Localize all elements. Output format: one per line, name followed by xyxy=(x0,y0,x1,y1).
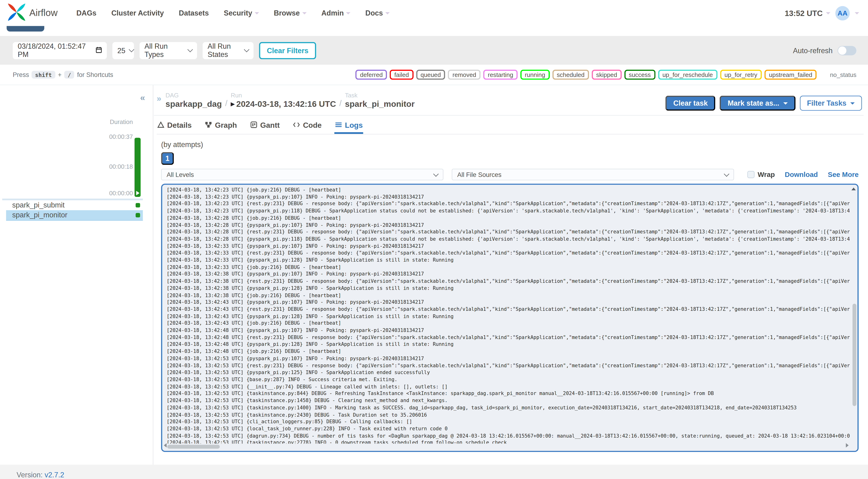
log-line: [2024-03-18, 13:42:53 UTC] {pyspark_pi.p… xyxy=(167,355,850,362)
state-badge-removed[interactable]: removed xyxy=(448,70,480,79)
airflow-logo[interactable]: Airflow xyxy=(7,3,58,24)
chevron-down-icon xyxy=(826,12,830,14)
nav-item-admin[interactable]: Admin xyxy=(321,9,350,17)
log-line: [2024-03-18, 13:42:53 UTC] {taskinstance… xyxy=(167,390,850,397)
state-badge-queued[interactable]: queued xyxy=(416,70,445,79)
clear-filters-button[interactable]: Clear Filters xyxy=(259,42,316,59)
calendar-icon xyxy=(96,46,102,54)
attempt-1-button[interactable]: 1 xyxy=(161,152,174,165)
clear-task-button[interactable]: Clear task xyxy=(665,96,715,110)
expand-panel-icon[interactable]: » xyxy=(157,93,161,103)
log-line: [2024-03-18, 13:42:38 UTC] {job.py:216} … xyxy=(167,292,850,299)
log-line: [2024-03-18, 13:42:43 UTC] {pyspark_pi.p… xyxy=(167,313,850,320)
base-date-input[interactable]: 03/18/2024, 01:52:47 PM xyxy=(13,42,107,59)
task-status-square-success[interactable] xyxy=(135,203,140,207)
log-line: [2024-03-18, 13:42:23 UTC] {pyspark_pi.p… xyxy=(167,207,850,215)
log-levels-value: All Levels xyxy=(167,171,194,178)
chevron-down-icon xyxy=(385,12,390,14)
task-row-spark-pi-submit[interactable]: spark_pi_submit xyxy=(6,200,143,211)
breadcrumb-run[interactable]: Run ▶ 2024-03-18, 13:42:16 UTC xyxy=(231,92,336,108)
page-size-select[interactable]: 25 xyxy=(112,42,134,59)
tab-code[interactable]: Code xyxy=(292,118,322,134)
state-legend: deferredfailedqueuedremovedrestartingrun… xyxy=(356,70,817,79)
state-badge-running[interactable]: running xyxy=(520,70,550,79)
tab-graph[interactable]: Graph xyxy=(204,118,238,134)
state-badge-failed[interactable]: failed xyxy=(390,70,413,79)
run-types-select[interactable]: All Run Types xyxy=(140,42,197,59)
breadcrumb-task[interactable]: Task spark_pi_monitor xyxy=(345,92,414,108)
state-badge-skipped[interactable]: skipped xyxy=(592,70,621,79)
chevron-down-icon xyxy=(302,12,307,14)
nav-item-browse[interactable]: Browse xyxy=(274,9,307,17)
wrap-toggle[interactable]: Wrap xyxy=(747,170,775,178)
grid-separator xyxy=(2,198,143,200)
log-levels-select[interactable]: All Levels xyxy=(161,169,443,180)
nav-item-label: Cluster Activity xyxy=(111,9,164,17)
nav-item-cluster-activity[interactable]: Cluster Activity xyxy=(111,9,164,17)
chevron-down-icon xyxy=(724,171,729,177)
log-controls-row: All Levels All File Sources Wrap Downloa… xyxy=(161,169,859,180)
mark-state-as-button[interactable]: Mark state as... xyxy=(720,96,795,110)
horizontal-scrollbar-thumb[interactable] xyxy=(167,445,220,449)
state-badge-up_for_reschedule[interactable]: up_for_reschedule xyxy=(658,70,717,79)
scrollbar-left-icon[interactable] xyxy=(164,443,167,447)
log-line: [2024-03-18, 13:42:48 UTC] {pyspark_pi.p… xyxy=(167,341,850,348)
filter-tasks-button[interactable]: Filter Tasks xyxy=(800,96,862,110)
task-status-square-success[interactable] xyxy=(135,213,140,217)
wrap-checkbox[interactable] xyxy=(747,171,754,178)
scrolled-pill-fragment xyxy=(7,26,44,32)
chevron-down-icon xyxy=(783,102,788,104)
see-more-link[interactable]: See More xyxy=(828,170,859,178)
chevron-down-icon xyxy=(244,47,249,52)
slash-key: / xyxy=(64,71,74,78)
shortcuts-plus: + xyxy=(58,71,62,78)
nav-item-datasets[interactable]: Datasets xyxy=(179,9,209,17)
nav-item-dags[interactable]: DAGs xyxy=(76,9,96,17)
logs-icon xyxy=(335,121,342,130)
task-name: spark_pi_submit xyxy=(12,201,65,209)
nav-item-docs[interactable]: Docs xyxy=(365,9,390,17)
breadcrumb-dag[interactable]: DAG sparkapp_dag xyxy=(165,92,222,108)
duration-tick: 00:00:00 xyxy=(109,190,133,196)
nav-item-label: DAGs xyxy=(76,9,96,17)
collapse-grid-icon[interactable]: « xyxy=(140,93,145,103)
airflow-pinwheel-icon xyxy=(7,3,26,24)
state-badge-upstream_failed[interactable]: upstream_failed xyxy=(765,70,817,79)
details-icon xyxy=(157,121,164,130)
state-badge-success[interactable]: success xyxy=(624,70,655,79)
tab-logs[interactable]: Logs xyxy=(334,118,363,134)
download-link[interactable]: Download xyxy=(785,170,818,178)
run-types-value: All Run Types xyxy=(145,42,184,59)
auto-refresh-label: Auto-refresh xyxy=(793,46,833,54)
log-line: [2024-03-18, 13:42:53 UTC] {taskinstance… xyxy=(167,411,850,418)
tab-details[interactable]: Details xyxy=(157,118,192,134)
nav-item-security[interactable]: Security xyxy=(224,9,259,17)
state-badge-restarting[interactable]: restarting xyxy=(483,70,518,79)
log-line: [2024-03-18, 13:42:43 UTC] {pyspark_pi.p… xyxy=(167,299,850,306)
state-badge-scheduled[interactable]: scheduled xyxy=(552,70,589,79)
by-attempts-label: (by attempts) xyxy=(161,140,203,149)
avatar[interactable]: AA xyxy=(835,6,850,20)
version-link[interactable]: v2.7.2 xyxy=(45,471,64,479)
timezone-selector[interactable]: 13:52 UTC xyxy=(785,8,830,18)
log-line: [2024-03-18, 13:42:53 UTC] {local_task_j… xyxy=(167,425,850,433)
state-badge-deferred[interactable]: deferred xyxy=(356,70,387,79)
tab-gantt[interactable]: Gantt xyxy=(250,118,280,134)
vertical-scrollbar-thumb[interactable] xyxy=(852,304,856,406)
dag-run-duration-bar[interactable] xyxy=(134,138,141,197)
tab-label: Gantt xyxy=(260,121,280,129)
nav-item-label: Datasets xyxy=(179,9,209,17)
state-badge-up_for_retry[interactable]: up_for_retry xyxy=(720,70,762,79)
scrollbar-up-icon[interactable] xyxy=(851,188,856,190)
run-states-select[interactable]: All Run States xyxy=(203,42,253,59)
scrollbar-right-icon[interactable] xyxy=(846,443,849,447)
task-row-spark-pi-monitor[interactable]: spark_pi_monitor xyxy=(6,210,143,221)
run-states-value: All Run States xyxy=(208,42,240,59)
chevron-down-icon[interactable] xyxy=(855,12,859,14)
state-badge-no-status[interactable]: no_status xyxy=(830,71,856,78)
auto-refresh-toggle[interactable] xyxy=(838,45,857,55)
airflow-app: Airflow DAGsCluster ActivityDatasetsSecu… xyxy=(0,0,868,479)
file-sources-select[interactable]: All File Sources xyxy=(452,169,734,180)
log-line: [2024-03-18, 13:42:43 UTC] {rest.py:231}… xyxy=(167,306,850,313)
shortcuts-press: Press xyxy=(13,71,29,78)
